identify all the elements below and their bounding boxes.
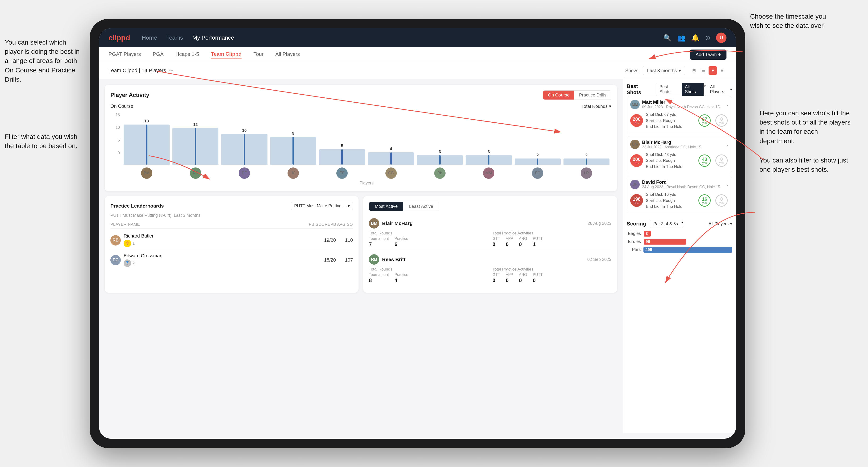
eagles-label: Eagles xyxy=(627,231,641,236)
btn-best-shots[interactable]: Best Shots xyxy=(656,83,682,96)
bar-highlight-7 xyxy=(488,155,489,165)
shot-card-1[interactable]: BM Blair McHarg 23 Jul 2023 · Ashridge G… xyxy=(627,136,732,173)
stat-circle-gray-2: 0 yds xyxy=(715,194,728,207)
toggle-on-course[interactable]: On Course xyxy=(543,91,574,99)
shot-info-1: Shot Dist: 43 ydsStart Lie: RoughEnd Lie… xyxy=(646,152,695,170)
practice-act-cols-0: GTT 0 APP 0 ARG xyxy=(493,237,611,247)
team-header-right: Show: Last 3 months ▾ ⊞ ☰ ♥ ≡ xyxy=(625,66,726,75)
search-icon[interactable]: 🔍 xyxy=(663,34,672,42)
col-pb-score: PB SCORE xyxy=(309,222,331,227)
rounds-left-0: Total Rounds Tournament 7 Practice xyxy=(369,231,488,247)
chevron-down-icon: ▾ xyxy=(348,203,350,209)
add-circle-icon[interactable]: ⊕ xyxy=(705,34,710,42)
toggle-practice-drills[interactable]: Practice Drills xyxy=(574,91,611,99)
avatar[interactable]: U xyxy=(716,33,726,43)
bar-group-2: 10 xyxy=(221,128,267,165)
scoring-players-select[interactable]: All Players ▾ xyxy=(709,221,732,226)
tab-pga[interactable]: PGA xyxy=(153,51,163,58)
view-grid-icon[interactable]: ⊞ xyxy=(690,66,698,75)
chevron-players: ▾ xyxy=(730,87,732,92)
tab-hcaps[interactable]: Hcaps 1-5 xyxy=(176,51,199,58)
edit-icon[interactable]: ✏ xyxy=(169,68,173,73)
rounds-left-1: Total Rounds Tournament 8 Practice xyxy=(369,267,488,283)
bar-highlight-0 xyxy=(146,125,148,165)
btn-all-shots[interactable]: All Shots xyxy=(682,83,704,96)
tab-tour[interactable]: Tour xyxy=(253,51,264,58)
view-icons: ⊞ ☰ ♥ ≡ xyxy=(690,66,726,75)
tab-pgat-players[interactable]: PGAT Players xyxy=(108,51,141,58)
shot-stat-dist-0: 67 yds xyxy=(698,115,712,127)
active-avatar-1: RB xyxy=(369,254,379,264)
tab-team-clippd[interactable]: Team Clippd xyxy=(211,51,242,59)
chevron-shot-2[interactable]: › xyxy=(727,182,728,187)
pb-score-1: 18/20 xyxy=(322,257,336,263)
shot-player-name-1: Blair McHarg xyxy=(642,139,701,145)
shot-card-2[interactable]: DF David Ford 24 Aug 2023 · Royal North … xyxy=(627,176,732,213)
chart-footer: Players xyxy=(122,181,611,186)
active-name-0: Blair McHarg xyxy=(382,220,413,226)
practice-select[interactable]: PUTT Must Make Putting ... ▾ xyxy=(291,201,353,210)
app-nav: clippd Home Teams My Performance 🔍 👥 🔔 ⊕… xyxy=(99,28,736,47)
practice-title: Practice Leaderboards xyxy=(111,203,164,209)
bar-9 xyxy=(563,158,610,165)
app-1: APP 0 xyxy=(506,273,513,283)
bar-group-4: 5 xyxy=(319,144,365,165)
view-heart-icon[interactable]: ♥ xyxy=(709,66,717,75)
shot-stat-dist-2: 16 yds xyxy=(698,194,712,207)
bar-group-7: 3 xyxy=(466,150,512,165)
view-list-icon[interactable]: ☰ xyxy=(699,66,708,75)
birdies-label: Birdies xyxy=(627,239,641,244)
chevron-shot-1[interactable]: › xyxy=(727,142,728,147)
nav-teams[interactable]: Teams xyxy=(166,34,183,41)
pars-val: 499 xyxy=(645,247,652,252)
chevron-shot-0[interactable]: › xyxy=(727,102,728,107)
pars-bar: 499 xyxy=(644,247,732,253)
bar-4 xyxy=(319,149,365,165)
players-select[interactable]: All Players ▾ xyxy=(710,85,732,94)
shot-stat-zero-0: 0 yds xyxy=(714,115,728,127)
people-icon[interactable]: 👥 xyxy=(677,34,685,42)
scoring-filter-1[interactable]: Par 3, 4 & 5s ▾ xyxy=(650,220,683,228)
show-select[interactable]: Last 3 months ▾ xyxy=(643,66,685,75)
nav-my-performance[interactable]: My Performance xyxy=(192,34,234,41)
scoring-chart: Eagles 3 Birdies 96 Pars xyxy=(627,231,732,253)
team-name: Team Clippd | 14 Players xyxy=(108,67,166,73)
bottom-grid: Practice Leaderboards PUTT Must Make Put… xyxy=(105,196,617,293)
bar-group-3: 9 xyxy=(270,131,316,165)
pb-avg-1: 107 xyxy=(339,257,353,263)
shot-badge-0: 200 SG xyxy=(630,114,643,127)
shot-avatar-1: BM xyxy=(630,139,640,149)
show-label: Show: xyxy=(625,68,639,73)
add-team-button[interactable]: Add Team + xyxy=(690,50,726,60)
shots-toggle: Best Shots All Shots ▾ xyxy=(656,83,706,96)
view-filter-icon[interactable]: ≡ xyxy=(718,66,726,75)
nav-home[interactable]: Home xyxy=(142,34,157,41)
btn-most-active[interactable]: Most Active xyxy=(369,202,403,211)
stat-circle-green-1: 43 yds xyxy=(699,154,711,167)
shot-name-meta-2: David Ford 24 Aug 2023 · Royal North Dev… xyxy=(642,180,720,189)
shot-player-header-1: BM Blair McHarg 23 Jul 2023 · Ashridge G… xyxy=(630,139,728,149)
shot-card-0[interactable]: MM Matt Miller 09 Jun 2023 · Royal North… xyxy=(627,96,732,133)
shot-avatar-2: DF xyxy=(630,180,640,189)
best-shots-header: Best Shots Best Shots All Shots ▾ All Pl… xyxy=(627,83,732,96)
arg-0: ARG 0 xyxy=(519,237,527,247)
annotation-left-bottom: Filter what data you wish the table to b… xyxy=(5,132,85,151)
player-avatar-edward: EC xyxy=(111,255,121,266)
active-avatar-0: BM xyxy=(369,218,379,228)
shot-info-2: Shot Dist: 16 ydsStart Lie: RoughEnd Lie… xyxy=(646,191,695,210)
chart-container: 15 10 5 0 13 xyxy=(111,113,611,186)
shot-player-header-0: MM Matt Miller 09 Jun 2023 · Royal North… xyxy=(630,99,728,109)
active-name-1: Rees Britt xyxy=(382,257,405,262)
btn-least-active[interactable]: Least Active xyxy=(403,202,439,211)
active-player-header-0: BM Blair McHarg 26 Aug 2023 xyxy=(369,218,611,228)
tab-all-players[interactable]: All Players xyxy=(275,51,300,58)
bar-group-9: 2 xyxy=(563,153,610,165)
bar-highlight-5 xyxy=(390,152,392,165)
leaderboard-row-1: EC Edward Crossman 🥈 2 18/20 107 xyxy=(111,250,353,270)
nav-links: Home Teams My Performance xyxy=(142,34,651,41)
active-toggle: Most Active Least Active xyxy=(369,201,439,211)
rounds-label-0: Total Rounds xyxy=(369,231,488,236)
chart-select[interactable]: Total Rounds ▾ xyxy=(582,103,611,109)
right-panel: Best Shots Best Shots All Shots ▾ All Pl… xyxy=(623,79,736,433)
bell-icon[interactable]: 🔔 xyxy=(691,34,700,42)
